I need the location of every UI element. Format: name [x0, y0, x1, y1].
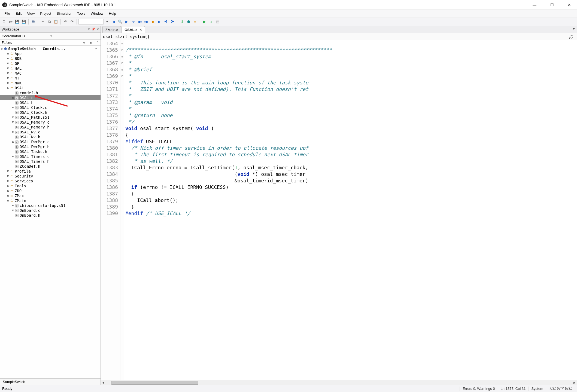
- close-button[interactable]: ✕: [564, 3, 575, 7]
- panel-dropdown-icon[interactable]: ▼: [87, 27, 90, 31]
- tree-item-mac[interactable]: ⊞🗀MAC: [0, 71, 101, 76]
- horizontal-scrollbar[interactable]: ◀ ▶: [101, 380, 577, 385]
- tree-item-zmain[interactable]: ⊟🗀ZMain: [0, 198, 101, 203]
- tree-item-osal-tasks-h[interactable]: OSAL_Tasks.h: [0, 149, 101, 154]
- tree-item-osal-timers-h[interactable]: OSAL_Timers.h: [0, 159, 101, 164]
- editor-tab-zmain-c[interactable]: ZMain.c: [102, 26, 121, 33]
- menu-view[interactable]: View: [25, 11, 37, 16]
- panel-pin-icon[interactable]: 📌: [92, 27, 95, 31]
- tree-item-zdo[interactable]: ⊞🗀ZDO: [0, 188, 101, 193]
- copy-icon[interactable]: ⧉: [46, 19, 52, 25]
- tree-item-onboard-c[interactable]: ⊞OnBoard.c: [0, 208, 101, 213]
- editor-tab-osal-c[interactable]: OSAL.c✕: [122, 26, 145, 33]
- stop-build-icon[interactable]: ≡: [192, 19, 198, 25]
- column-settings-icon[interactable]: ⚙: [81, 41, 87, 44]
- tree-item-comdef-h[interactable]: comdef.h: [0, 90, 101, 95]
- open-file-icon[interactable]: 🗁: [8, 19, 14, 25]
- tree-item-services[interactable]: ⊞🗀Services: [0, 179, 101, 183]
- tree-item-osal-nv-h[interactable]: OSAL_Nv.h: [0, 134, 101, 139]
- tree-item-osal-h[interactable]: OSAL.h: [0, 100, 101, 105]
- goto-icon[interactable]: ▶: [156, 19, 162, 25]
- tree-item-security[interactable]: ⊞🗀Security: [0, 174, 101, 179]
- tree-item-profile[interactable]: ⊞🗀Profile: [0, 169, 101, 174]
- undo-icon[interactable]: ↶: [62, 19, 68, 25]
- menu-project[interactable]: Project: [38, 11, 53, 16]
- print-icon[interactable]: 🖶: [30, 19, 36, 25]
- step-into-icon[interactable]: ➔: [130, 19, 136, 25]
- status-bar: Ready Errors 0, Warnings 0 Ln 1377, Col …: [0, 385, 577, 392]
- debug-icon[interactable]: ▶: [202, 19, 208, 25]
- tree-item-osal-nv-c[interactable]: ⊞OSAL_Nv.c: [0, 130, 101, 134]
- nav-next-icon[interactable]: ⮞: [169, 19, 175, 25]
- tree-item-tools[interactable]: ⊞🗀Tools: [0, 183, 101, 188]
- paste-icon[interactable]: 📋: [53, 19, 59, 25]
- tree-item-osal-math-s51[interactable]: ⊞OSAL_Math.s51: [0, 115, 101, 120]
- panel-close-icon[interactable]: ✕: [96, 27, 99, 31]
- menu-file[interactable]: File: [2, 11, 12, 16]
- tree-item-app[interactable]: ⊟🗀App: [0, 51, 101, 56]
- tree-item-osal-pwrmgr-c[interactable]: ⊞OSAL_PwrMgr.c: [0, 139, 101, 144]
- code-editor[interactable]: 1364136513661367136813691370137113721373…: [101, 40, 577, 380]
- prev-bookmark-icon[interactable]: ◀≡: [137, 19, 143, 25]
- scrollbar-thumb[interactable]: [111, 381, 198, 385]
- editor-breadcrumb[interactable]: osal_start_system() f(): [101, 33, 577, 40]
- compile-icon[interactable]: ⬇: [179, 19, 185, 25]
- tree-item-osal-memory-h[interactable]: OSAL_Memory.h: [0, 125, 101, 130]
- more-icon[interactable]: ▤: [215, 19, 221, 25]
- code-lines[interactable]: /***************************************…: [124, 40, 577, 380]
- column-build-icon[interactable]: ▦: [87, 41, 94, 44]
- menu-edit[interactable]: Edit: [13, 11, 24, 16]
- nav-forward-icon[interactable]: ▶: [124, 19, 130, 25]
- redo-icon[interactable]: ↷: [69, 19, 75, 25]
- cut-icon[interactable]: ✂: [40, 19, 46, 25]
- menu-help[interactable]: Help: [107, 11, 118, 16]
- tree-item-osal-clock-h[interactable]: OSAL_Clock.h: [0, 110, 101, 115]
- nav-back-icon[interactable]: ◀: [111, 19, 117, 25]
- run-icon[interactable]: ▷: [208, 19, 214, 25]
- tree-item-osal-clock-c[interactable]: ⊞OSAL_Clock.c: [0, 105, 101, 110]
- make-icon[interactable]: ⬢: [186, 19, 192, 25]
- tree-item-chipcon-cstartup-s51[interactable]: ⊞chipcon_cstartup.s51: [0, 203, 101, 208]
- config-dropdown[interactable]: CoordinatorEB ▾: [0, 33, 101, 40]
- find-icon[interactable]: 🔍: [117, 19, 123, 25]
- minimize-button[interactable]: —: [529, 3, 540, 7]
- save-all-icon[interactable]: 💾: [21, 19, 27, 25]
- function-icon[interactable]: f(): [569, 34, 575, 39]
- tree-item-osal[interactable]: ⊟🗀OSAL: [0, 85, 101, 90]
- save-icon[interactable]: 💾: [14, 19, 20, 25]
- maximize-button[interactable]: ☐: [546, 3, 557, 7]
- next-bookmark-icon[interactable]: ≡▶: [143, 19, 149, 25]
- new-file-icon[interactable]: 🗋: [1, 19, 7, 25]
- tree-item-hal[interactable]: ⊞🗀HAL: [0, 66, 101, 71]
- menu-simulator[interactable]: Simulator: [54, 11, 74, 16]
- tree-item-osal-pwrmgr-h[interactable]: OSAL_PwrMgr.h: [0, 144, 101, 149]
- tree-item-nwk[interactable]: ⊞🗀NWK: [0, 81, 101, 85]
- toolbar-separator: [28, 19, 29, 24]
- tree-item-osal-memory-c[interactable]: ⊞OSAL_Memory.c: [0, 120, 101, 125]
- workspace-tab[interactable]: SampleSwitch: [0, 378, 101, 385]
- status-ime: 大写 数字 改写: [546, 386, 575, 391]
- tabs-overflow-icon[interactable]: ▼: [572, 27, 575, 30]
- column-scroll-icon[interactable]: ^: [94, 41, 101, 44]
- project-root[interactable]: ⊟ SampleSwitch - Coordin... ✔: [0, 46, 101, 51]
- tree-item-bdb[interactable]: ⊞🗀BDB: [0, 56, 101, 61]
- tree-item-osal-c[interactable]: ⊞OSAL.c: [0, 95, 101, 100]
- fold-column[interactable]: ⊟ ⊟⊟⊟ ⊟ ⊟: [120, 40, 124, 380]
- menu-tools[interactable]: Tools: [75, 11, 87, 16]
- menu-window[interactable]: Window: [89, 11, 105, 16]
- search-input[interactable]: [78, 19, 104, 24]
- status-system: System: [528, 387, 546, 391]
- tree-item-mt[interactable]: ⊞🗀MT: [0, 76, 101, 81]
- toggle-breakpoint-icon[interactable]: ◆: [150, 19, 156, 25]
- tree-item-zcomdef-h[interactable]: ZComDef.h: [0, 164, 101, 169]
- nav-prev-icon[interactable]: ⮜: [163, 19, 169, 25]
- tree-item-zmac[interactable]: ⊞🗀ZMac: [0, 193, 101, 198]
- tree-item-gp[interactable]: ⊞🗀GP: [0, 61, 101, 66]
- tree-item-onboard-h[interactable]: OnBoard.h: [0, 213, 101, 218]
- tab-close-icon[interactable]: ✕: [139, 28, 142, 32]
- search-dropdown-icon[interactable]: ▾: [104, 19, 110, 25]
- scroll-left-icon[interactable]: ◀: [101, 381, 106, 384]
- tree-item-osal-timers-c[interactable]: ⊞OSAL_Timers.c: [0, 154, 101, 159]
- project-tree[interactable]: ⊟ SampleSwitch - Coordin... ✔ ⊟🗀App⊞🗀BDB…: [0, 46, 101, 378]
- scroll-right-icon[interactable]: ▶: [572, 381, 577, 384]
